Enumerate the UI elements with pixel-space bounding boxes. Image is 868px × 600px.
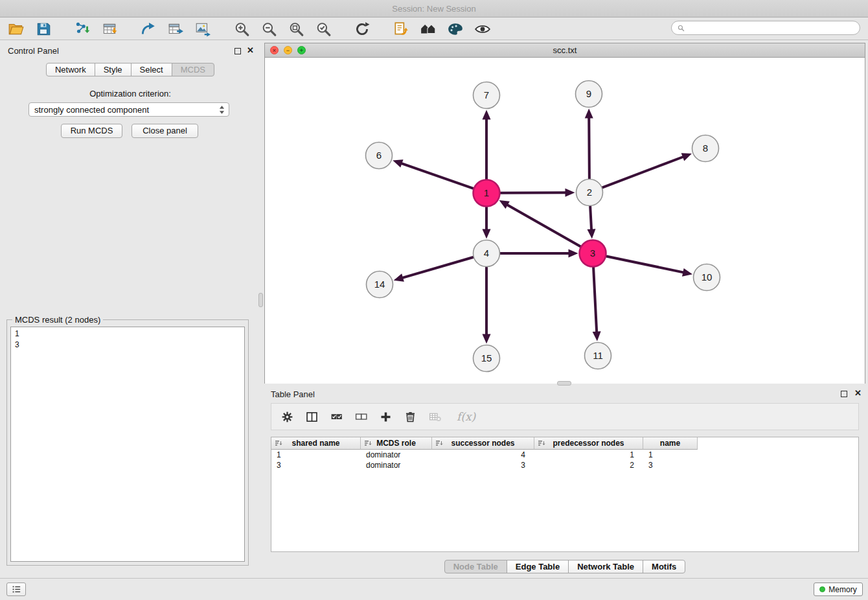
- criterion-value: strongly connected component: [34, 105, 149, 115]
- sort-icon: [364, 439, 372, 447]
- tab-network-table[interactable]: Network Table: [568, 560, 643, 573]
- criterion-select[interactable]: strongly connected component: [29, 102, 229, 117]
- edge-arrow-icon: [483, 110, 491, 120]
- export-table-icon[interactable]: [166, 19, 185, 39]
- tab-select[interactable]: Select: [131, 63, 172, 76]
- paste-style-icon[interactable]: [391, 19, 411, 39]
- search-field[interactable]: [671, 21, 860, 35]
- node-8[interactable]: 8: [692, 135, 719, 162]
- vertical-splitter[interactable]: [258, 293, 263, 307]
- export-image-icon[interactable]: [193, 19, 212, 39]
- edge-2-3[interactable]: [590, 206, 591, 231]
- control-panel: Control Panel ✕ NetworkStyleSelectMCDS O…: [0, 43, 260, 575]
- node-label: 15: [481, 352, 492, 363]
- float-panel-icon[interactable]: [234, 48, 241, 54]
- palette-icon[interactable]: [446, 19, 465, 39]
- node-10[interactable]: 10: [694, 264, 720, 291]
- minimize-window-icon[interactable]: −: [284, 46, 292, 54]
- tab-motifs[interactable]: Motifs: [643, 560, 685, 573]
- node-label: 6: [376, 150, 382, 161]
- zoom-fit-icon[interactable]: [286, 19, 306, 39]
- node-6[interactable]: 6: [366, 143, 393, 169]
- folder-open-icon[interactable]: [6, 19, 26, 39]
- zoom-in-icon[interactable]: [232, 19, 251, 39]
- tab-mcds[interactable]: MCDS: [172, 63, 214, 76]
- node-label: 4: [484, 248, 489, 259]
- node-3[interactable]: 3: [580, 240, 606, 267]
- task-history-button[interactable]: [6, 583, 26, 596]
- table-row[interactable]: 3dominator323: [271, 460, 858, 470]
- network-window-titlebar[interactable]: × − + scc.txt: [265, 43, 865, 58]
- tab-network[interactable]: Network: [46, 63, 95, 76]
- memory-button[interactable]: Memory: [814, 583, 863, 596]
- node-9[interactable]: 9: [576, 81, 602, 108]
- edge-3-1[interactable]: [506, 204, 580, 246]
- column-label: shared name: [291, 439, 339, 448]
- network-canvas[interactable]: 7968123410141511: [265, 58, 865, 384]
- node-1[interactable]: 1: [474, 180, 500, 207]
- column-header-mcds-role[interactable]: MCDS role: [361, 437, 432, 450]
- double-house-icon[interactable]: [418, 19, 438, 39]
- close-panel-button[interactable]: Close panel: [131, 124, 198, 138]
- edge-2-9[interactable]: [589, 116, 589, 178]
- horizontal-splitter[interactable]: [557, 381, 571, 386]
- edge-1-6[interactable]: [400, 163, 474, 189]
- gear-icon[interactable]: [279, 409, 295, 424]
- toolbar-separator: [380, 29, 391, 29]
- close-window-icon[interactable]: ×: [270, 46, 279, 54]
- edge-arrow-icon: [483, 334, 491, 344]
- tab-style[interactable]: Style: [95, 63, 131, 76]
- import-network-icon[interactable]: [73, 19, 92, 39]
- status-bar: Memory: [0, 578, 868, 600]
- function-builder-icon[interactable]: f(x): [457, 410, 475, 423]
- node-14[interactable]: 14: [367, 271, 393, 298]
- edge-arrow-icon: [585, 108, 593, 118]
- zoom-out-icon[interactable]: [259, 19, 279, 39]
- tab-node-table[interactable]: Node Table: [444, 560, 507, 573]
- table-cell: 3: [643, 461, 698, 470]
- network-window: × − + scc.txt 7968123410141511: [264, 43, 865, 384]
- edge-1-2[interactable]: [500, 192, 567, 193]
- table-row[interactable]: 1dominator411: [271, 450, 858, 460]
- edge-3-11[interactable]: [593, 267, 597, 333]
- refresh-icon[interactable]: [352, 19, 372, 39]
- control-panel-title: Control Panel: [8, 46, 59, 56]
- sort-icon: [435, 439, 443, 447]
- eye-icon[interactable]: [473, 19, 492, 39]
- grid-delete-icon[interactable]: [427, 409, 442, 424]
- optimization-label: Optimization criterion:: [0, 89, 260, 98]
- close-panel-icon[interactable]: ✕: [247, 45, 254, 56]
- select-all-icon[interactable]: [328, 409, 344, 424]
- column-header-predecessor-nodes[interactable]: predecessor nodes: [534, 437, 643, 450]
- float-table-panel-icon[interactable]: [841, 391, 847, 397]
- edge-4-14[interactable]: [401, 257, 473, 278]
- edge-arrow-icon: [681, 153, 692, 161]
- edge-2-8[interactable]: [602, 156, 685, 187]
- export-network-icon[interactable]: [139, 19, 158, 39]
- node-7[interactable]: 7: [474, 82, 500, 109]
- node-11[interactable]: 11: [585, 343, 611, 369]
- column-header-successor-nodes[interactable]: successor nodes: [432, 437, 534, 450]
- node-4[interactable]: 4: [474, 240, 500, 267]
- close-table-panel-icon[interactable]: ✕: [854, 388, 862, 398]
- import-table-icon[interactable]: [100, 19, 119, 39]
- edge-3-10[interactable]: [606, 256, 685, 272]
- add-icon[interactable]: [378, 409, 393, 424]
- column-label: predecessor nodes: [553, 439, 624, 448]
- tab-edge-table[interactable]: Edge Table: [507, 560, 569, 573]
- column-chooser-icon[interactable]: [304, 409, 319, 424]
- zoom-selected-icon[interactable]: [314, 19, 333, 39]
- deselect-all-icon[interactable]: [353, 409, 369, 424]
- search-input[interactable]: [688, 23, 854, 33]
- node-2[interactable]: 2: [577, 179, 603, 206]
- node-label: 8: [703, 143, 708, 154]
- run-mcds-button[interactable]: Run MCDS: [61, 124, 122, 138]
- column-label: MCDS role: [376, 439, 416, 448]
- column-header-shared-name[interactable]: shared name: [271, 437, 361, 450]
- trash-icon[interactable]: [402, 409, 418, 424]
- node-label: 3: [590, 248, 595, 259]
- column-header-name[interactable]: name: [643, 437, 698, 450]
- node-15[interactable]: 15: [474, 345, 500, 372]
- save-icon[interactable]: [34, 19, 53, 39]
- zoom-window-icon[interactable]: +: [297, 46, 306, 54]
